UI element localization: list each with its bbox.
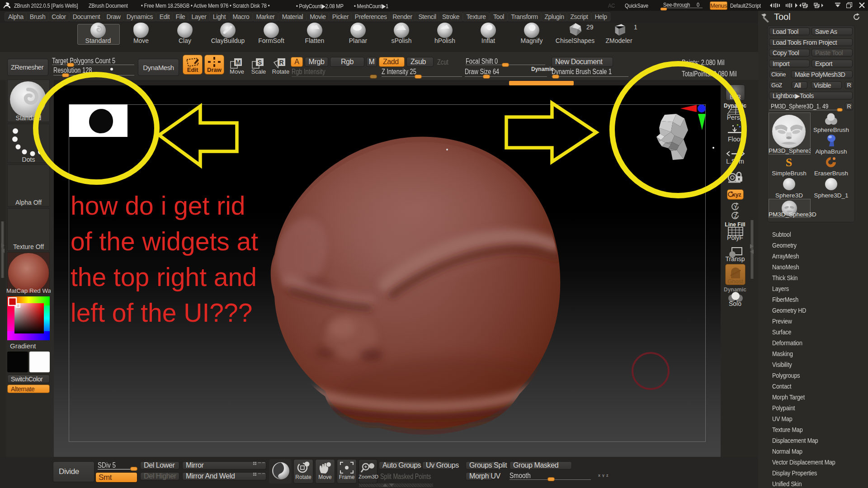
svg-text:y: y	[602, 473, 604, 477]
svg-text:Z: Z	[734, 214, 737, 219]
svg-text:Y: Y	[734, 205, 737, 210]
svg-text:M: M	[236, 59, 241, 66]
svg-text:S: S	[786, 156, 792, 169]
svg-text:x: x	[598, 473, 600, 477]
svg-text:z: z	[606, 473, 609, 477]
svg-text:R: R	[279, 59, 283, 66]
svg-text:S: S	[258, 59, 262, 66]
